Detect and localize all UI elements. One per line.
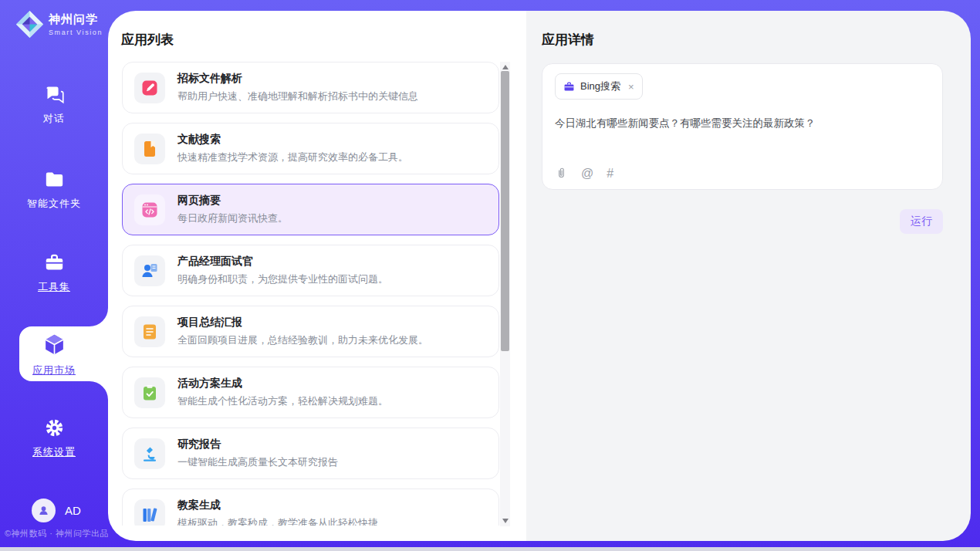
app-card-title: 活动方案生成 [177, 377, 388, 390]
sidebar: 神州问学 Smart Vision 对话智能文件夹工具集应用市场系统设置 AD … [0, 0, 108, 551]
app-card-description: 模板驱动，教案秒成，教学准备从此轻松快捷 [177, 516, 378, 526]
sidebar-item-label: 智能文件夹 [0, 197, 108, 211]
app-list-panel: 应用列表 招标文件解析帮助用户快速、准确地理解和解析招标书中的关键信息文献搜索快… [108, 11, 526, 541]
app-card-project-summary[interactable]: 项目总结汇报全面回顾项目进展，总结经验教训，助力未来优化发展。 [122, 306, 499, 357]
sidebar-item-toolset[interactable]: 工具集 [0, 252, 108, 294]
brand-logo: 神州问学 Smart Vision [15, 9, 103, 39]
tool-tag-bing-search[interactable]: Bing搜索 × [555, 73, 643, 100]
avatar [32, 499, 56, 522]
scrollbar-thumb[interactable] [501, 71, 509, 351]
brand-logo-icon [15, 9, 45, 39]
app-card-title: 教案生成 [177, 499, 378, 512]
tag-close-icon[interactable]: × [628, 81, 634, 93]
tool-tag-label: Bing搜索 [580, 79, 620, 93]
run-row: 运行 [542, 209, 943, 234]
briefcase-icon [563, 81, 575, 93]
prompt-text[interactable]: 今日湖北有哪些新闻要点？有哪些需要关注的最新政策？ [555, 117, 930, 130]
cube-icon [42, 346, 66, 359]
microscope-icon [134, 438, 165, 469]
window-bottom-edge [0, 547, 980, 551]
user-name: AD [65, 504, 81, 517]
app-card-lesson-plan-generator[interactable]: 教案生成模板驱动，教案秒成，教学准备从此轻松快捷 [122, 488, 499, 526]
app-detail-panel: 应用详情 Bing搜索 × 今日湖北有哪些新闻要点？有哪些需要关注的最新政策？ [526, 11, 971, 541]
sidebar-item-smart-folders[interactable]: 智能文件夹 [0, 169, 108, 211]
run-button[interactable]: 运行 [900, 209, 943, 234]
main-panel: 应用列表 招标文件解析帮助用户快速、准确地理解和解析招标书中的关键信息文献搜索快… [108, 11, 971, 541]
scroll-up-icon[interactable] [502, 65, 509, 69]
sidebar-item-system-settings[interactable]: 系统设置 [0, 417, 108, 459]
app-detail-title: 应用详情 [542, 31, 594, 49]
app-card-research-report[interactable]: 研究报告一键智能生成高质量长文本研究报告 [122, 428, 499, 479]
app-card-description: 一键智能生成高质量长文本研究报告 [177, 455, 338, 469]
gear-icon [44, 428, 65, 441]
app-card-title: 项目总结汇报 [177, 316, 428, 330]
app-card-title: 文献搜索 [177, 133, 408, 147]
app-card-description: 帮助用户快速、准确地理解和解析招标书中的关键信息 [177, 90, 418, 103]
clipboard-check-icon [134, 377, 165, 408]
sidebar-item-app-market[interactable]: 应用市场 [0, 333, 108, 377]
app-card-literature-search[interactable]: 文献搜索快速精准查找学术资源，提高研究效率的必备工具。 [122, 123, 499, 174]
pen-square-icon [134, 73, 165, 103]
books-icon [134, 499, 165, 526]
scroll-down-icon[interactable] [502, 519, 509, 523]
attachment-toolbar: @ # [555, 167, 613, 180]
mention-icon[interactable]: @ [581, 167, 593, 180]
sidebar-item-chat[interactable]: 对话 [0, 84, 108, 126]
brand-name: 神州问学 [49, 12, 103, 27]
user-icon [36, 503, 51, 518]
folder-icon [44, 179, 65, 192]
app-card-description: 快速精准查找学术资源，提高研究效率的必备工具。 [177, 150, 408, 164]
toolbox-icon [44, 262, 65, 276]
interviewer-icon [134, 255, 165, 286]
sidebar-item-label: 应用市场 [0, 363, 108, 377]
app-card-web-summary[interactable]: 网页摘要每日政府新闻资讯快查。 [122, 184, 499, 235]
app-card-tender-doc-analysis[interactable]: 招标文件解析帮助用户快速、准确地理解和解析招标书中的关键信息 [122, 62, 499, 113]
app-card-description: 每日政府新闻资讯快查。 [177, 211, 288, 225]
app-card-title: 研究报告 [177, 438, 338, 451]
sidebar-footer: ©神州数码 · 神州问学出品 [5, 528, 109, 539]
sidebar-item-label: 对话 [0, 112, 108, 126]
chat-icon [44, 94, 65, 107]
app-card-pm-interviewer[interactable]: 产品经理面试官明确身份和职责，为您提供专业性的面试问题。 [122, 245, 499, 296]
memo-icon [134, 316, 165, 347]
app-card-title: 招标文件解析 [177, 72, 418, 86]
topic-icon[interactable]: # [607, 167, 613, 180]
app-card-description: 全面回顾项目进展，总结经验教训，助力未来优化发展。 [177, 333, 428, 347]
app-card-description: 明确身份和职责，为您提供专业性的面试问题。 [177, 272, 388, 286]
brand-subtitle: Smart Vision [49, 29, 103, 36]
app-card-description: 智能生成个性化活动方案，轻松解决规划难题。 [177, 394, 388, 408]
prompt-input[interactable]: Bing搜索 × 今日湖北有哪些新闻要点？有哪些需要关注的最新政策？ @ # [542, 63, 943, 190]
sidebar-item-label: 工具集 [0, 280, 108, 294]
user-account[interactable]: AD [32, 499, 81, 522]
app-list-title: 应用列表 [121, 31, 174, 49]
app-card-event-plan-generator[interactable]: 活动方案生成智能生成个性化活动方案，轻松解决规划难题。 [122, 367, 499, 418]
app-card-title: 产品经理面试官 [177, 255, 388, 269]
book-icon [134, 134, 165, 164]
scrollbar[interactable] [500, 62, 510, 526]
sidebar-item-label: 系统设置 [0, 445, 108, 459]
app-card-title: 网页摘要 [177, 194, 288, 208]
app-window: 神州问学 Smart Vision 对话智能文件夹工具集应用市场系统设置 AD … [0, 0, 980, 551]
paperclip-icon[interactable] [555, 167, 568, 180]
browser-code-icon [134, 194, 165, 225]
app-list: 招标文件解析帮助用户快速、准确地理解和解析招标书中的关键信息文献搜索快速精准查找… [122, 62, 499, 526]
